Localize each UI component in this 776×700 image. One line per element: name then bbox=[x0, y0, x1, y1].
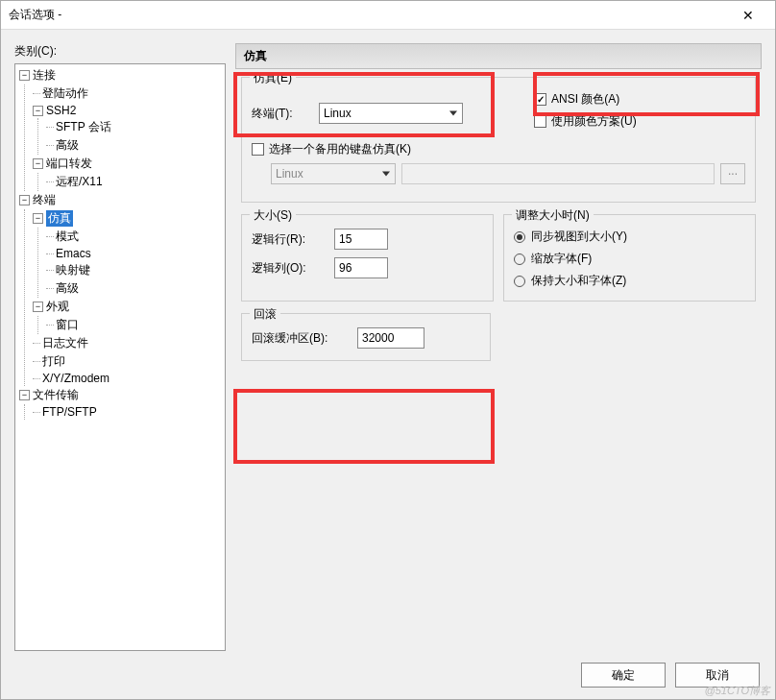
tree-emacs[interactable]: Emacs bbox=[42, 246, 225, 261]
tree-remote[interactable]: 远程/X11 bbox=[42, 173, 225, 191]
terminal-label: 终端(T): bbox=[252, 106, 319, 122]
tree-filetransfer[interactable]: −文件传输 bbox=[15, 386, 225, 404]
resize-group: 调整大小时(N) 同步视图到大小(Y) 缩放字体(F) 保持大小和字体(Z) bbox=[503, 214, 756, 302]
emulation-legend: 仿真(E) bbox=[250, 70, 296, 86]
titlebar: 会话选项 - ✕ bbox=[1, 1, 775, 30]
close-button[interactable]: ✕ bbox=[729, 2, 767, 29]
tree-window[interactable]: 窗口 bbox=[42, 316, 225, 334]
tree-portfwd[interactable]: −端口转发 bbox=[29, 155, 225, 173]
tree-advanced2[interactable]: 高级 bbox=[42, 279, 225, 298]
radio-icon bbox=[514, 276, 525, 287]
collapse-icon[interactable]: − bbox=[19, 195, 30, 205]
cols-input[interactable] bbox=[334, 257, 388, 278]
panel-body: 仿真(E) 终端(T): Linux ANSI 颜色(A) bbox=[235, 69, 762, 380]
tree-mode[interactable]: 模式 bbox=[42, 228, 225, 246]
more-button: ... bbox=[720, 163, 745, 184]
resize-sync-radio[interactable]: 同步视图到大小(Y) bbox=[514, 229, 745, 245]
checkbox-icon bbox=[252, 143, 264, 156]
ok-button[interactable]: 确定 bbox=[581, 663, 666, 688]
settings-panel: 仿真 仿真(E) 终端(T): Linux ANSI 颜色(A) bbox=[235, 43, 762, 651]
tree-emulation[interactable]: −仿真 bbox=[29, 209, 225, 228]
alt-keyboard-text bbox=[401, 163, 715, 184]
category-tree[interactable]: −连接 登陆动作 −SSH2 SFTP 会话 高级 −端口转发 远程/X11 −… bbox=[14, 63, 226, 651]
scrollback-label: 回滚缓冲区(B): bbox=[252, 330, 357, 347]
rows-input[interactable] bbox=[334, 229, 388, 250]
alt-keyboard-select: Linux bbox=[271, 163, 396, 184]
tree-terminal[interactable]: −终端 bbox=[15, 191, 225, 209]
resize-scale-radio[interactable]: 缩放字体(F) bbox=[514, 251, 745, 267]
collapse-icon[interactable]: − bbox=[19, 390, 30, 400]
tree-ssh2[interactable]: −SSH2 bbox=[29, 103, 225, 118]
tree-advanced1[interactable]: 高级 bbox=[42, 136, 225, 155]
highlight-annotation bbox=[233, 389, 495, 464]
window-title: 会话选项 - bbox=[9, 7, 729, 23]
collapse-icon[interactable]: − bbox=[33, 158, 43, 169]
rows-label: 逻辑行(R): bbox=[252, 231, 334, 248]
emulation-group: 仿真(E) 终端(T): Linux ANSI 颜色(A) bbox=[241, 77, 756, 203]
collapse-icon[interactable]: − bbox=[33, 302, 43, 312]
panel-header: 仿真 bbox=[235, 43, 762, 69]
radio-icon bbox=[514, 253, 525, 265]
scrollback-legend: 回滚 bbox=[250, 306, 280, 323]
tree-logfile[interactable]: 日志文件 bbox=[29, 334, 225, 352]
content-area: 类别(C): −连接 登陆动作 −SSH2 SFTP 会话 高级 −端口转发 远… bbox=[1, 30, 775, 651]
resize-legend: 调整大小时(N) bbox=[512, 207, 594, 224]
size-legend: 大小(S) bbox=[250, 207, 296, 224]
tree-ftpsftp[interactable]: FTP/SFTP bbox=[29, 404, 225, 420]
terminal-select[interactable]: Linux bbox=[319, 103, 463, 124]
radio-icon bbox=[514, 231, 525, 243]
tree-mapkeys[interactable]: 映射键 bbox=[42, 261, 225, 279]
cols-label: 逻辑列(O): bbox=[252, 260, 334, 277]
checkbox-icon bbox=[534, 115, 546, 128]
collapse-icon[interactable]: − bbox=[33, 106, 43, 116]
tree-login[interactable]: 登陆动作 bbox=[29, 84, 225, 103]
cancel-button[interactable]: 取消 bbox=[675, 663, 760, 688]
collapse-icon[interactable]: − bbox=[19, 70, 30, 81]
alt-keyboard-checkbox[interactable]: 选择一个备用的键盘仿真(K) bbox=[252, 141, 745, 157]
category-label: 类别(C): bbox=[14, 43, 226, 60]
ansi-color-checkbox[interactable]: ANSI 颜色(A) bbox=[534, 91, 745, 108]
tree-appearance[interactable]: −外观 bbox=[29, 298, 225, 316]
sidebar: 类别(C): −连接 登陆动作 −SSH2 SFTP 会话 高级 −端口转发 远… bbox=[14, 43, 226, 651]
tree-sftp[interactable]: SFTP 会话 bbox=[42, 118, 225, 136]
tree-xyz[interactable]: X/Y/Zmodem bbox=[29, 371, 225, 386]
tree-connection[interactable]: −连接 bbox=[15, 66, 225, 84]
checkbox-icon bbox=[534, 93, 546, 106]
scrollback-input[interactable] bbox=[357, 327, 424, 349]
session-options-window: 会话选项 - ✕ 类别(C): −连接 登陆动作 −SSH2 SFTP 会话 高… bbox=[0, 0, 776, 700]
scrollback-group: 回滚 回滚缓冲区(B): bbox=[241, 313, 491, 361]
color-scheme-checkbox[interactable]: 使用颜色方案(U) bbox=[534, 113, 745, 130]
size-group: 大小(S) 逻辑行(R): 逻辑列(O): bbox=[241, 214, 494, 302]
resize-keep-radio[interactable]: 保持大小和字体(Z) bbox=[514, 273, 745, 289]
collapse-icon[interactable]: − bbox=[33, 213, 43, 224]
dialog-footer: 确定 取消 bbox=[1, 651, 775, 699]
tree-print[interactable]: 打印 bbox=[29, 352, 225, 371]
